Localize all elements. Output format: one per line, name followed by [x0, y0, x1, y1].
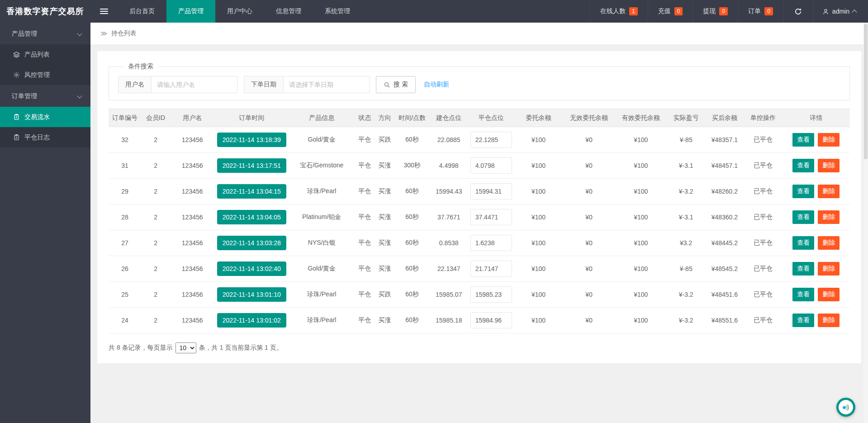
entrust-balance-cell: ¥100: [514, 256, 563, 282]
member-id-cell: 2: [141, 308, 170, 333]
username-cell: 123456: [170, 127, 214, 153]
close-point-input[interactable]: [470, 183, 512, 200]
view-button[interactable]: 查看: [792, 236, 814, 250]
close-point-input[interactable]: [470, 132, 512, 148]
navbar-right: 在线人数 1 充值 0 提现 0 订单 0 admin: [590, 0, 868, 23]
open-point-cell: 15985.18: [430, 308, 468, 333]
scrollbar-thumb[interactable]: [864, 24, 868, 159]
orders-stat[interactable]: 订单 0: [738, 0, 783, 23]
close-point-cell: [468, 282, 514, 308]
sidebar-item-label: 产品列表: [24, 51, 50, 59]
sidebar: 产品管理 产品列表 风控管理 订单管理 交易流水 平仓日志: [0, 23, 90, 423]
sidebar-item-risk-control[interactable]: 风控管理: [0, 65, 90, 85]
close-point-input[interactable]: [470, 235, 512, 251]
refresh-icon: [794, 8, 802, 15]
invalid-entrust-cell: ¥0: [563, 256, 615, 282]
delete-button[interactable]: 删除: [818, 185, 840, 198]
control-status-cell: 已平仓: [744, 153, 783, 179]
duration-cell: 60秒: [395, 204, 430, 230]
close-point-input[interactable]: [470, 286, 512, 303]
menu-item-users[interactable]: 用户中心: [215, 0, 264, 23]
open-point-cell: 15985.07: [430, 282, 468, 308]
menu-item-system[interactable]: 系统管理: [313, 0, 362, 23]
sound-wave-icon: [839, 400, 853, 414]
delete-button[interactable]: 删除: [818, 262, 840, 276]
view-button[interactable]: 查看: [792, 185, 814, 198]
valid-entrust-cell: ¥100: [615, 282, 667, 308]
online-users-stat[interactable]: 在线人数 1: [590, 0, 648, 23]
status-cell: 平仓: [355, 308, 375, 333]
close-point-cell: [468, 179, 514, 204]
direction-cell: 买涨: [375, 179, 394, 204]
view-button[interactable]: 查看: [792, 133, 814, 147]
withdraw-stat[interactable]: 提现 0: [693, 0, 738, 23]
table-row: 3121234562022-11-14 13:17:51宝石/Gemstone平…: [109, 153, 850, 179]
app-logo: 香港数字资产交易所: [0, 0, 90, 23]
close-point-cell: [468, 230, 514, 256]
profit-cell: ¥-3.2: [667, 308, 705, 333]
detail-actions-cell: 查看删除: [783, 256, 850, 282]
username-cell: 123456: [170, 153, 214, 179]
order-id-cell: 32: [109, 127, 141, 153]
scrollbar[interactable]: [863, 23, 868, 423]
delete-button[interactable]: 删除: [818, 314, 840, 327]
menu-item-info[interactable]: 信息管理: [264, 0, 313, 23]
sidebar-item-close-log[interactable]: 平仓日志: [0, 127, 90, 147]
order-date-input-group: 下单日期: [244, 76, 370, 93]
close-point-input[interactable]: [470, 209, 512, 225]
view-button[interactable]: 查看: [792, 262, 814, 276]
profit-cell: ¥3.2: [667, 230, 705, 256]
order-id-cell: 28: [109, 204, 141, 230]
delete-button[interactable]: 删除: [818, 288, 840, 301]
search-button[interactable]: 搜 索: [376, 76, 416, 93]
view-button[interactable]: 查看: [792, 314, 814, 327]
valid-entrust-cell: ¥100: [615, 308, 667, 333]
username-input[interactable]: [152, 76, 237, 93]
sidebar-group-orders[interactable]: 订单管理: [0, 85, 90, 107]
auto-refresh-link[interactable]: 自动刷新: [424, 81, 449, 89]
delete-button[interactable]: 删除: [818, 159, 840, 172]
chevron-up-icon: [852, 10, 857, 14]
delete-button[interactable]: 删除: [818, 236, 840, 250]
delete-button[interactable]: 删除: [818, 210, 840, 224]
column-header: 详情: [783, 109, 850, 127]
order-id-cell: 24: [109, 308, 141, 333]
recharge-stat[interactable]: 充值 0: [648, 0, 693, 23]
control-status-cell: 已平仓: [744, 282, 783, 308]
table-row: 2821234562022-11-14 13:04:05Platinum/铂金平…: [109, 204, 850, 230]
delete-button[interactable]: 删除: [818, 133, 840, 147]
balance-after-cell: ¥48360.2: [705, 204, 744, 230]
main-area: ≫ 持仓列表 条件搜索 用户名 下单日期 搜 索 自动刷新: [90, 23, 868, 423]
entrust-balance-cell: ¥100: [514, 282, 563, 308]
order-time-cell: 2022-11-14 13:18:39: [214, 127, 289, 153]
balance-after-cell: ¥48457.1: [705, 153, 744, 179]
order-time-badge: 2022-11-14 13:04:05: [217, 210, 286, 224]
view-button[interactable]: 查看: [792, 159, 814, 172]
open-point-cell: 37.7671: [430, 204, 468, 230]
menu-item-products[interactable]: 产品管理: [166, 0, 215, 23]
close-point-input[interactable]: [470, 261, 512, 277]
refresh-button[interactable]: [783, 0, 813, 23]
sidebar-item-product-list[interactable]: 产品列表: [0, 44, 90, 65]
close-point-input[interactable]: [470, 157, 512, 174]
menu-item-dashboard[interactable]: 后台首页: [118, 0, 166, 23]
admin-username: admin: [832, 8, 849, 15]
order-time-cell: 2022-11-14 13:17:51: [214, 153, 289, 179]
floating-service-button[interactable]: [836, 398, 855, 417]
page-size-select[interactable]: 10: [175, 342, 196, 353]
entrust-balance-cell: ¥100: [514, 204, 563, 230]
valid-entrust-cell: ¥100: [615, 230, 667, 256]
valid-entrust-cell: ¥100: [615, 153, 667, 179]
username-cell: 123456: [170, 256, 214, 282]
view-button[interactable]: 查看: [792, 288, 814, 301]
table-row: 2421234562022-11-14 13:01:02珍珠/Pearl平仓买涨…: [109, 308, 850, 333]
direction-cell: 买跌: [375, 127, 394, 153]
admin-dropdown[interactable]: admin: [813, 0, 868, 23]
view-button[interactable]: 查看: [792, 210, 814, 224]
column-header: 会员ID: [141, 109, 170, 127]
sidebar-item-trade-flow[interactable]: 交易流水: [0, 107, 90, 127]
sidebar-group-products[interactable]: 产品管理: [0, 23, 90, 44]
sidebar-toggle-button[interactable]: [90, 0, 118, 23]
order-date-input[interactable]: [284, 76, 370, 93]
close-point-input[interactable]: [470, 312, 512, 328]
